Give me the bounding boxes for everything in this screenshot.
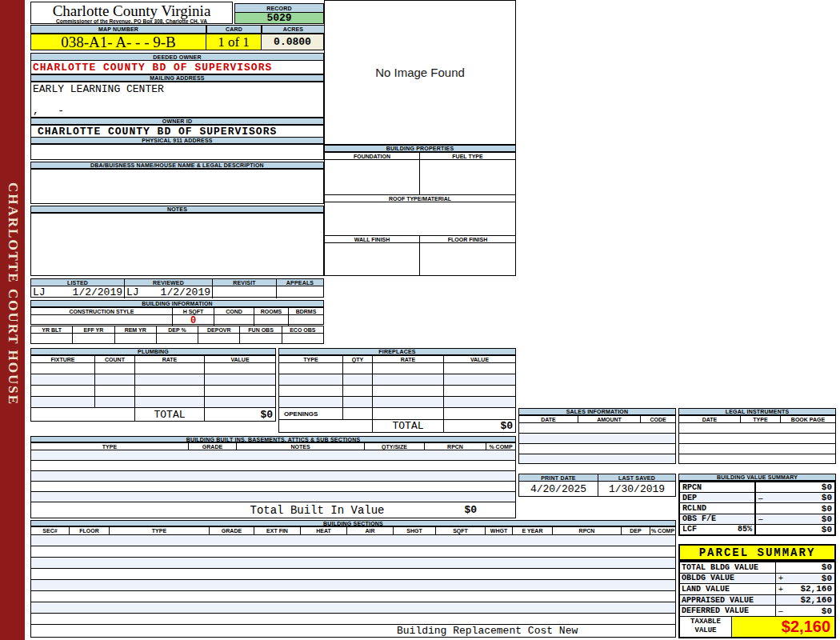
- bvs-row-label: DEP: [680, 493, 756, 502]
- property-record-card: { "colors": { "sidebar_maroon": "#8E1A1A…: [0, 0, 840, 640]
- bvs-row-label: RPCN: [680, 482, 756, 492]
- bvs-row-op: –: [758, 494, 763, 502]
- eco-obs-label: ECO OBS: [282, 326, 323, 333]
- mailing-address-line2: , -: [33, 105, 64, 117]
- parcel-row: APPRAISED VALUE $2,160: [680, 595, 834, 606]
- legal-instruments-table: DATE TYPE BOOK PAGE: [678, 415, 836, 464]
- built-ins-title: BUILDING BUILT INS, BASEMENTS, ATTICS & …: [30, 436, 516, 442]
- plumbing-total-value: $0: [205, 408, 275, 421]
- map-value-row: 038-A1- A- - - 9-B 1 of 1 0.0800: [30, 34, 324, 50]
- depovr-label: DEPOVR: [198, 326, 240, 333]
- building-value-summary-table: RPCN $0 DEP – $0 RCLND $0 OBS F/E – $0: [678, 481, 836, 536]
- wall-finish-label: WALL FINISH: [325, 236, 420, 242]
- parcel-row: OBLDG VALUE + $0: [680, 574, 834, 585]
- parcel-row-op: +: [778, 574, 783, 582]
- rooms-value: [254, 315, 289, 326]
- bvs-row-label: OBS F/E: [680, 514, 756, 524]
- legal-book-page-label: BOOK PAGE: [781, 416, 835, 422]
- dba-label: DBA/BUISNESS NAME/HOUSE NAME & LEGAL DES…: [30, 162, 324, 169]
- parcel-summary-title: PARCEL SUMMARY: [678, 544, 836, 561]
- mailing-address-box: EARLY LEARNING CENTER , -: [30, 82, 324, 118]
- physical-address-box: [30, 144, 324, 160]
- built-ins-notes-label: NOTES: [237, 443, 365, 450]
- roof-type-value: [325, 202, 515, 236]
- parcel-row: TOTAL BLDG VALUE $0: [680, 562, 834, 574]
- grade-label: GRADE: [210, 527, 254, 534]
- building-sections-footer-row: Building Replacement Cost New: [31, 625, 675, 637]
- taxable-value-cell: $2,160: [732, 617, 834, 637]
- listed-value: LJ1/2/2019: [31, 286, 125, 298]
- sales-amount-label: AMOUNT: [578, 416, 641, 422]
- floor-label: FLOOR: [70, 527, 110, 534]
- sales-row: [519, 454, 675, 463]
- cond-label: COND: [214, 308, 254, 314]
- sec-num-label: SEC#: [31, 527, 70, 534]
- plumbing-row: [31, 397, 275, 408]
- reviewed-by: LJ: [126, 286, 139, 298]
- parcel-row-value: $0: [822, 574, 832, 583]
- rooms-label: ROOMS: [254, 308, 289, 314]
- property-image-panel: No Image Found: [324, 0, 516, 145]
- parcel-row-value: $2,160: [800, 595, 832, 605]
- reviewed-date: 1/2/2019: [161, 286, 210, 298]
- print-date-label: PRINT DATE: [519, 474, 598, 481]
- building-replacement-label: Building Replacement Cost New: [397, 625, 578, 637]
- bvs-row: DEP – $0: [680, 493, 834, 503]
- building-properties-table: FOUNDATION FUEL TYPE ROOF TYPE/MATERIAL …: [324, 152, 516, 276]
- bvs-row-label: RCLND: [680, 503, 756, 513]
- whgt-label: WHGT: [486, 527, 513, 534]
- building-sections-row: [31, 580, 675, 591]
- map-number-label: MAP NUMBER: [30, 25, 206, 34]
- built-ins-type-label: TYPE: [31, 443, 189, 450]
- parcel-row-value: $2,160: [800, 584, 832, 594]
- built-ins-qty-size-label: QTY/SIZE: [365, 443, 425, 450]
- legal-row: [679, 423, 835, 434]
- built-ins-row: [31, 482, 515, 492]
- parcel-row-value: $0: [822, 606, 832, 616]
- sales-row: [519, 444, 675, 454]
- sales-date-label: DATE: [519, 416, 578, 422]
- plumbing-fixture-label: FIXTURE: [31, 356, 95, 362]
- sales-row: [519, 434, 675, 444]
- fireplaces-openings-row: OPENINGS: [279, 408, 515, 420]
- revisit-value: [213, 286, 277, 298]
- built-ins-total-row: Total Built In Value $0: [31, 502, 515, 518]
- building-sections-table: SEC# FLOOR TYPE GRADE EXT FIN HEAT AIR S…: [30, 526, 676, 638]
- plumbing-row: [31, 363, 275, 374]
- reviewed-value: LJ1/2/2019: [125, 286, 213, 298]
- plumbing-rate-label: RATE: [135, 356, 205, 362]
- parcel-row: DEFERRED VALUE – $0: [680, 606, 834, 617]
- print-info-table: PRINT DATE LAST SAVED 4/20/2025 1/30/201…: [518, 474, 676, 497]
- plumbing-total-row: TOTAL $0: [31, 408, 275, 421]
- notes-label: NOTES: [30, 206, 324, 213]
- legal-date-label: DATE: [679, 416, 741, 422]
- parcel-summary-table: TOTAL BLDG VALUE $0 OBLDG VALUE + $0 LAN…: [678, 561, 836, 638]
- bvs-row-value: $0: [822, 504, 832, 514]
- map-header-row: MAP NUMBER CARD ACRES: [30, 25, 324, 34]
- deeded-owner-value: CHARLOTTE COUNTY BD OF SUPERVISORS: [30, 60, 324, 74]
- fuel-type-label: FUEL TYPE: [420, 153, 515, 159]
- fireplaces-row: [279, 397, 515, 408]
- fireplaces-total-row: TOTAL $0: [279, 420, 515, 432]
- plumbing-value-label: VALUE: [205, 356, 275, 362]
- bdrms-value: [289, 315, 323, 326]
- cond-value: [214, 315, 254, 326]
- wall-finish-value: [325, 243, 420, 275]
- rpcn-label: RPCN: [553, 527, 622, 534]
- notes-box: [30, 213, 324, 276]
- bvs-row-value: $0: [822, 514, 832, 524]
- parcel-row-label: DEFERRED VALUE: [680, 606, 776, 616]
- built-ins-total-label: Total Built In Value: [250, 504, 384, 517]
- h-sqft-value: 0: [173, 315, 214, 326]
- building-value-summary-title: BUILDING VALUE SUMMARY: [678, 474, 836, 481]
- commissioner-line: Commissioner of the Revenue, PO Box 308,…: [31, 18, 232, 24]
- fireplaces-total-value: $0: [444, 420, 515, 432]
- bvs-row: RPCN $0: [680, 482, 834, 493]
- built-ins-row: [31, 492, 515, 502]
- fireplaces-type-label: TYPE: [279, 356, 343, 362]
- physical-address-label: PHYSICAL 911 ADDRESS: [30, 137, 324, 144]
- building-sections-row: [31, 614, 675, 625]
- fireplaces-title: FIREPLACES: [278, 348, 516, 355]
- bdrms-label: BDRMS: [289, 308, 323, 314]
- card-value: 1 of 1: [206, 34, 262, 50]
